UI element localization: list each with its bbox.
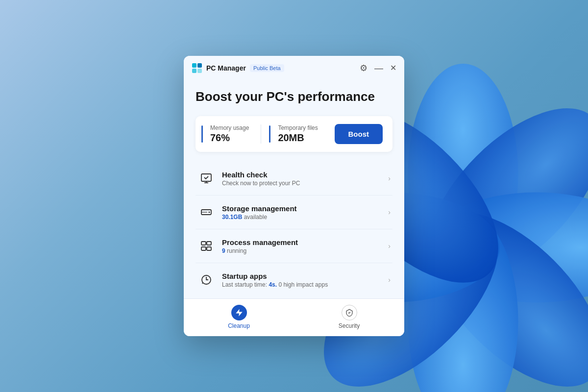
svg-point-0 [408,64,518,284]
storage-highlight: 30.1GB [222,214,242,220]
svg-rect-20 [201,247,206,250]
app-title: PC Manager [206,64,246,72]
health-check-subtitle: Check now to protect your PC [222,180,384,187]
memory-value: 76% [210,132,249,144]
settings-icon[interactable]: ⚙ [360,64,368,73]
startup-apps-chevron: › [388,276,391,284]
svg-point-1 [398,78,588,312]
process-management-chevron: › [388,242,391,250]
security-nav-label: Security [339,322,360,329]
app-window: PC Manager Public Beta ⚙ — ✕ Boost your … [184,56,404,336]
process-highlight: 9 [222,247,225,254]
svg-point-4 [408,211,518,392]
svg-point-3 [398,182,588,392]
svg-rect-21 [207,247,211,250]
beta-badge: Public Beta [250,64,284,72]
memory-stat: Memory usage 76% [205,124,261,144]
startup-apps-item[interactable]: Startup apps Last startup time: 4s. 0 hi… [196,263,392,296]
main-content: Boost your PC's performance Memory usage… [184,79,404,296]
storage-management-subtitle: 30.1GB available [222,214,384,220]
cleanup-nav-label: Cleanup [228,322,250,329]
startup-time-highlight: 4s. [269,281,277,288]
startup-prefix: Last startup time: [222,281,269,288]
window-controls: ⚙ — ✕ [360,64,396,73]
cleanup-nav-icon [231,305,247,320]
memory-label: Memory usage [210,124,249,131]
svg-rect-18 [201,242,206,245]
process-management-subtitle: 9 running [222,247,384,254]
health-check-text: Health check Check now to protect your P… [222,171,384,187]
svg-point-16 [209,212,210,213]
titlebar: PC Manager Public Beta ⚙ — ✕ [184,56,404,79]
security-nav-icon [342,305,357,320]
health-check-item[interactable]: Health check Check now to protect your P… [196,162,392,196]
svg-rect-9 [197,63,202,68]
svg-rect-19 [207,242,211,245]
storage-management-icon [197,203,215,221]
temp-value: 20MB [278,132,318,144]
temp-stat: Temporary files 20MB [273,124,318,144]
menu-list: Health check Check now to protect your P… [196,162,392,296]
stats-row: Memory usage 76% Temporary files 20MB Bo… [196,116,392,152]
process-management-title: Process management [222,238,384,246]
process-management-text: Process management 9 running [222,238,384,254]
process-management-icon [197,237,215,255]
startup-suffix: 0 high impact apps [277,281,328,288]
svg-rect-10 [192,69,196,73]
storage-suffix: available [242,214,267,220]
health-check-chevron: › [388,174,391,182]
svg-line-23 [202,283,203,284]
svg-rect-11 [197,69,202,73]
process-suffix: running [225,247,246,254]
startup-apps-title: Startup apps [222,272,384,280]
health-check-title: Health check [222,171,384,179]
startup-apps-icon [197,271,215,289]
close-icon[interactable]: ✕ [390,64,396,72]
startup-apps-subtitle: Last startup time: 4s. 0 high impact app… [222,281,384,288]
boost-button[interactable]: Boost [335,124,383,144]
storage-management-item[interactable]: Storage management 30.1GB available › [196,196,392,229]
startup-apps-text: Startup apps Last startup time: 4s. 0 hi… [222,272,384,288]
svg-point-2 [426,193,588,303]
minimize-icon[interactable]: — [374,64,383,73]
page-title: Boost your PC's performance [196,89,392,104]
svg-rect-8 [192,63,196,68]
health-check-icon [197,170,215,187]
storage-management-chevron: › [388,208,391,216]
nav-cleanup[interactable]: Cleanup [184,299,294,336]
svg-rect-12 [201,174,211,181]
nav-security[interactable]: Security [294,299,404,336]
app-logo [192,63,202,74]
svg-marker-24 [236,309,243,317]
temp-label: Temporary files [278,124,318,131]
storage-management-text: Storage management 30.1GB available [222,204,384,220]
storage-management-title: Storage management [222,204,384,213]
bottom-nav: Cleanup Security [184,298,404,336]
process-management-item[interactable]: Process management 9 running › [196,229,392,263]
